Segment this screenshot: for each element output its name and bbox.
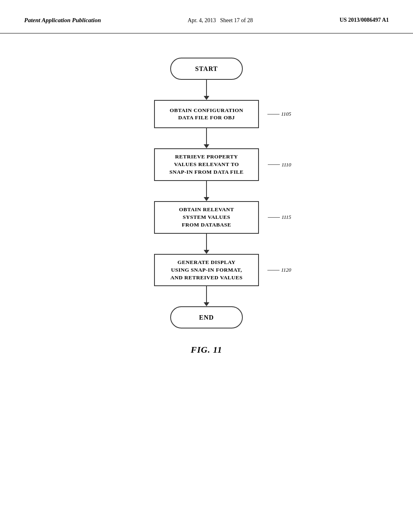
- arrow-head-4: [204, 250, 209, 254]
- arrow-head-5: [204, 302, 209, 306]
- arrow-4: [204, 234, 209, 254]
- end-node: END: [170, 306, 243, 328]
- patent-number: US 2013/0086497 A1: [340, 16, 389, 24]
- arrow-head-3: [204, 197, 209, 201]
- start-shape: START: [170, 58, 243, 80]
- arrow-1: [204, 80, 209, 100]
- process-shape-1115: OBTAIN RELEVANTSYSTEM VALUESFROM DATABAS…: [154, 201, 259, 234]
- arrow-5: [204, 286, 209, 306]
- node-label-1115: 1115: [268, 214, 291, 220]
- node-1105: OBTAIN CONFIGURATIONDATA FILE FOR OBJ 11…: [154, 100, 259, 128]
- publication-date: Apr. 4, 2013: [188, 17, 216, 23]
- arrow-line-3: [206, 181, 207, 197]
- flowchart: START OBTAIN CONFIGURATIONDATA FILE FOR …: [0, 33, 413, 371]
- start-label: START: [195, 65, 218, 73]
- arrow-head-1: [204, 96, 209, 100]
- process-text-1115: OBTAIN RELEVANTSYSTEM VALUESFROM DATABAS…: [179, 206, 234, 229]
- process-shape-1110: RETRIEVE PROPERTYVALUES RELEVANT TOSNAP-…: [154, 148, 259, 181]
- process-text-1110: RETRIEVE PROPERTYVALUES RELEVANT TOSNAP-…: [169, 153, 244, 176]
- node-1115: OBTAIN RELEVANTSYSTEM VALUESFROM DATABAS…: [154, 201, 259, 234]
- arrow-line-2: [206, 128, 207, 144]
- node-label-1110: 1110: [268, 162, 291, 168]
- publication-title: Patent Application Publication: [24, 16, 101, 25]
- sheet-number: Sheet 17 of 28: [220, 17, 253, 23]
- page-header: Patent Application Publication Apr. 4, 2…: [0, 0, 413, 33]
- arrow-head-2: [204, 144, 209, 148]
- process-text-1120: GENERATE DISPLAYUSING SNAP-IN FORMAT,AND…: [170, 259, 242, 282]
- node-label-1105: 1105: [267, 111, 291, 117]
- arrow-3: [204, 181, 209, 201]
- arrow-line-4: [206, 234, 207, 250]
- arrow-line-5: [206, 286, 207, 302]
- process-shape-1120: GENERATE DISPLAYUSING SNAP-IN FORMAT,AND…: [154, 254, 259, 287]
- figure-caption: FIG. 11: [191, 345, 222, 355]
- process-text-1105: OBTAIN CONFIGURATIONDATA FILE FOR OBJ: [170, 107, 243, 122]
- node-1110: RETRIEVE PROPERTYVALUES RELEVANT TOSNAP-…: [154, 148, 259, 181]
- end-label: END: [199, 314, 214, 321]
- node-label-1120: 1120: [267, 267, 291, 273]
- arrow-line-1: [206, 80, 207, 96]
- end-shape: END: [170, 306, 243, 328]
- process-shape-1105: OBTAIN CONFIGURATIONDATA FILE FOR OBJ: [154, 100, 259, 128]
- node-1120: GENERATE DISPLAYUSING SNAP-IN FORMAT,AND…: [154, 254, 259, 287]
- start-node: START: [170, 58, 243, 80]
- publication-date-sheet: Apr. 4, 2013 Sheet 17 of 28: [188, 16, 253, 25]
- arrow-2: [204, 128, 209, 148]
